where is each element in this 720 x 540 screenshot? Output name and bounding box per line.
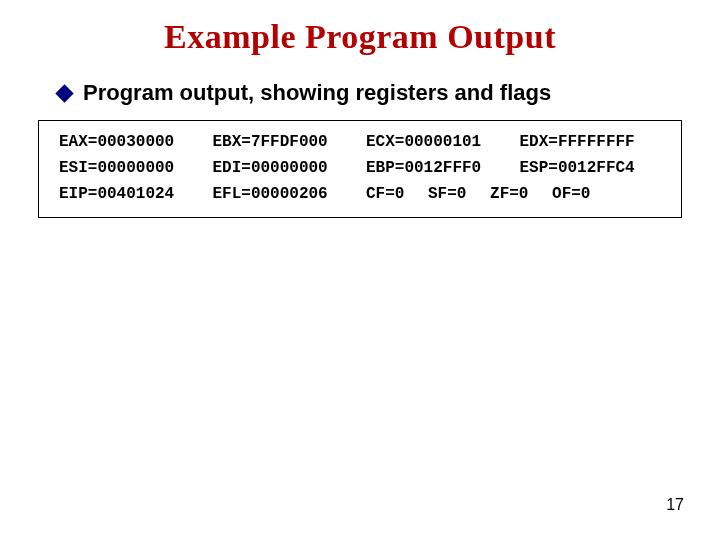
reg-edx: EDX=FFFFFFFF (514, 129, 668, 155)
reg-ebx: EBX=7FFDF000 (207, 129, 361, 155)
bullet-text: Program output, showing registers and fl… (83, 80, 551, 106)
flags-cell: CF=0 SF=0 ZF=0 OF=0 (360, 181, 667, 207)
reg-edi: EDI=00000000 (207, 155, 361, 181)
bullet-item: Program output, showing registers and fl… (58, 80, 690, 106)
reg-esi: ESI=00000000 (53, 155, 207, 181)
bullet-diamond-icon (55, 84, 73, 102)
page-title: Example Program Output (30, 18, 690, 56)
register-output-box: EAX=00030000 EBX=7FFDF000 ECX=00000101 E… (38, 120, 682, 218)
table-row: ESI=00000000 EDI=00000000 EBP=0012FFF0 E… (53, 155, 667, 181)
flag-sf: SF=0 (428, 185, 466, 203)
reg-ecx: ECX=00000101 (360, 129, 514, 155)
reg-eip: EIP=00401024 (53, 181, 207, 207)
reg-ebp: EBP=0012FFF0 (360, 155, 514, 181)
flag-of: OF=0 (552, 185, 590, 203)
register-table: EAX=00030000 EBX=7FFDF000 ECX=00000101 E… (53, 129, 667, 207)
slide: Example Program Output Program output, s… (0, 0, 720, 540)
reg-esp: ESP=0012FFC4 (514, 155, 668, 181)
flag-zf: ZF=0 (490, 185, 528, 203)
page-number: 17 (666, 496, 684, 514)
table-row: EIP=00401024 EFL=00000206 CF=0 SF=0 ZF=0… (53, 181, 667, 207)
table-row: EAX=00030000 EBX=7FFDF000 ECX=00000101 E… (53, 129, 667, 155)
reg-eax: EAX=00030000 (53, 129, 207, 155)
reg-efl: EFL=00000206 (207, 181, 361, 207)
flag-cf: CF=0 (366, 185, 404, 203)
